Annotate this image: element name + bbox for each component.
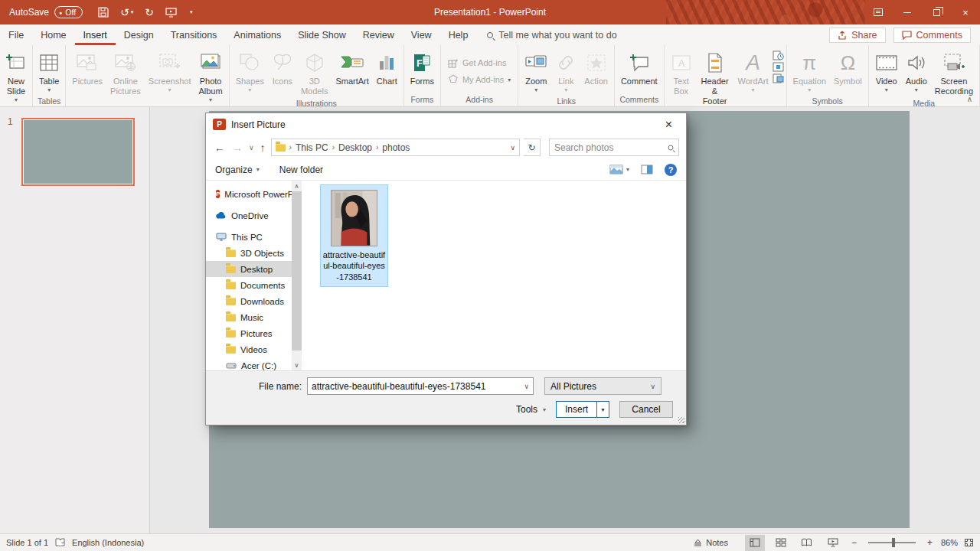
audio-button[interactable]: Audio▾ bbox=[902, 47, 931, 96]
start-slideshow-button[interactable] bbox=[165, 8, 177, 18]
language-indicator[interactable]: English (Indonesia) bbox=[72, 538, 144, 547]
zoom-out-button[interactable]: − bbox=[849, 537, 859, 548]
notes-button[interactable]: Notes bbox=[694, 538, 728, 547]
comments-button[interactable]: Comments bbox=[893, 28, 971, 43]
share-icon bbox=[838, 31, 847, 40]
forms-button[interactable]: F Forms bbox=[407, 47, 438, 88]
save-button[interactable] bbox=[98, 7, 109, 18]
zoom-percentage[interactable]: 86% bbox=[941, 538, 958, 547]
organize-button[interactable]: Organize ▾ bbox=[215, 165, 260, 175]
tab-home[interactable]: Home bbox=[32, 24, 74, 45]
screen-recording-button[interactable]: Screen Recording bbox=[931, 47, 977, 98]
normal-view-button[interactable] bbox=[745, 535, 765, 551]
chart-button[interactable]: Chart bbox=[373, 47, 401, 88]
dialog-close-button[interactable]: × bbox=[652, 113, 686, 135]
tab-insert[interactable]: Insert bbox=[75, 24, 116, 45]
file-type-select[interactable]: All Pictures ∨ bbox=[544, 377, 662, 395]
back-button[interactable]: ← bbox=[213, 142, 227, 154]
sidebar-item-music[interactable]: Music bbox=[206, 309, 292, 325]
file-name-combo[interactable]: ∨ bbox=[307, 377, 534, 395]
tell-me-search[interactable]: Tell me what you want to do bbox=[487, 24, 616, 45]
slide-show-view-button[interactable] bbox=[823, 535, 843, 551]
zoom-in-button[interactable]: + bbox=[925, 537, 935, 548]
new-folder-button[interactable]: New folder bbox=[279, 165, 323, 175]
date-time-icon[interactable] bbox=[773, 51, 784, 60]
sidebar-item-documents[interactable]: Documents bbox=[206, 277, 292, 293]
search-input[interactable] bbox=[554, 142, 665, 153]
zoom-button[interactable]: Zoom▾ bbox=[521, 47, 551, 96]
up-button[interactable]: ↑ bbox=[259, 142, 267, 154]
autosave-toggle[interactable]: ● Off bbox=[54, 6, 83, 18]
collapse-ribbon-button[interactable]: ∧ bbox=[967, 95, 972, 103]
sidebar-item-this-pc[interactable]: This PC bbox=[206, 229, 292, 245]
redo-button[interactable]: ↻ bbox=[145, 6, 154, 18]
proofing-icon[interactable] bbox=[55, 538, 65, 547]
scrollbar-thumb[interactable] bbox=[292, 191, 302, 350]
tab-animations[interactable]: Animations bbox=[225, 24, 289, 45]
table-button[interactable]: Table▾ bbox=[35, 47, 63, 96]
insert-button[interactable]: Insert ▾ bbox=[556, 401, 609, 418]
tab-review[interactable]: Review bbox=[354, 24, 403, 45]
fit-slide-button[interactable] bbox=[964, 538, 974, 547]
object-icon[interactable] bbox=[773, 73, 784, 83]
search-box[interactable] bbox=[549, 139, 679, 156]
sidebar-scrollbar[interactable]: ∧ ∨ bbox=[292, 181, 302, 370]
minimize-button[interactable] bbox=[893, 0, 922, 24]
address-dropdown-icon[interactable]: ∨ bbox=[510, 144, 515, 152]
link-icon bbox=[555, 49, 577, 77]
restore-button[interactable] bbox=[922, 0, 951, 24]
sidebar-item-3d-objects[interactable]: 3D Objects bbox=[206, 245, 292, 261]
sidebar-item-pictures[interactable]: Pictures bbox=[206, 325, 292, 341]
sidebar-item-downloads[interactable]: Downloads bbox=[206, 293, 292, 309]
file-item-selected[interactable]: attractive-beautif ul-beautiful-eyes -17… bbox=[320, 184, 388, 287]
slide-sorter-view-button[interactable] bbox=[771, 535, 791, 551]
breadcrumb-photos[interactable]: photos bbox=[382, 142, 410, 153]
reading-view-button[interactable] bbox=[797, 535, 817, 551]
scroll-down-icon[interactable]: ∨ bbox=[295, 360, 299, 370]
insert-dropdown-icon[interactable]: ▾ bbox=[596, 402, 609, 417]
photo-album-button[interactable]: Photo Album▾ bbox=[194, 47, 226, 106]
tab-view[interactable]: View bbox=[403, 24, 440, 45]
zoom-slider-thumb[interactable] bbox=[892, 538, 895, 547]
change-view-button[interactable]: ▾ bbox=[609, 165, 629, 174]
file-name-input[interactable] bbox=[312, 381, 524, 392]
tab-transitions[interactable]: Transitions bbox=[162, 24, 226, 45]
tab-design[interactable]: Design bbox=[116, 24, 162, 45]
sidebar-item-microsoft-powerpoint[interactable]: P Microsoft PowerPoint bbox=[206, 186, 292, 202]
address-bar[interactable]: › This PC › Desktop › photos ∨ bbox=[271, 139, 520, 156]
slide-number-icon[interactable] bbox=[773, 62, 784, 72]
comment-button[interactable]: Comment bbox=[617, 47, 662, 88]
customize-qat-button[interactable]: ▾ bbox=[190, 9, 193, 15]
header-footer-button[interactable]: Header & Footer bbox=[696, 47, 734, 109]
tab-file[interactable]: File bbox=[0, 24, 32, 45]
autosave-control[interactable]: AutoSave ● Off bbox=[9, 6, 83, 18]
undo-button[interactable]: ↺▾ bbox=[120, 6, 133, 18]
breadcrumb-this-pc[interactable]: This PC bbox=[296, 142, 328, 153]
preview-pane-button[interactable] bbox=[641, 165, 653, 174]
scroll-up-icon[interactable]: ∧ bbox=[295, 181, 299, 191]
video-button[interactable]: Video▾ bbox=[871, 47, 902, 96]
tab-slide-show[interactable]: Slide Show bbox=[289, 24, 354, 45]
slide-indicator[interactable]: Slide 1 of 1 bbox=[6, 538, 48, 547]
zoom-slider[interactable] bbox=[868, 542, 916, 543]
smartart-button[interactable]: SmartArt bbox=[332, 47, 372, 88]
undo-dropdown-icon[interactable]: ▾ bbox=[131, 9, 134, 15]
new-slide-button[interactable]: New Slide▾ bbox=[2, 47, 30, 106]
combo-chevron-icon[interactable]: ∨ bbox=[524, 383, 529, 390]
slide-thumbnail[interactable] bbox=[21, 118, 135, 186]
share-button[interactable]: Share bbox=[829, 28, 885, 43]
ribbon-display-options-button[interactable] bbox=[864, 0, 893, 24]
resize-grip[interactable] bbox=[678, 417, 684, 423]
breadcrumb-desktop[interactable]: Desktop bbox=[338, 142, 372, 153]
sidebar-item-videos[interactable]: Videos bbox=[206, 341, 292, 357]
tools-button[interactable]: Tools ▾ bbox=[516, 404, 546, 415]
recent-locations-icon[interactable]: ∨ bbox=[248, 144, 255, 152]
tab-help[interactable]: Help bbox=[440, 24, 477, 45]
help-button[interactable]: ? bbox=[665, 164, 677, 176]
sidebar-item-onedrive[interactable]: OneDrive bbox=[206, 207, 292, 223]
close-button[interactable]: × bbox=[951, 0, 980, 24]
refresh-button[interactable]: ↻ bbox=[524, 139, 541, 156]
cancel-button[interactable]: Cancel bbox=[619, 401, 673, 418]
sidebar-item-acer-c[interactable]: Acer (C:) bbox=[206, 357, 292, 370]
sidebar-item-desktop[interactable]: Desktop bbox=[206, 261, 292, 277]
